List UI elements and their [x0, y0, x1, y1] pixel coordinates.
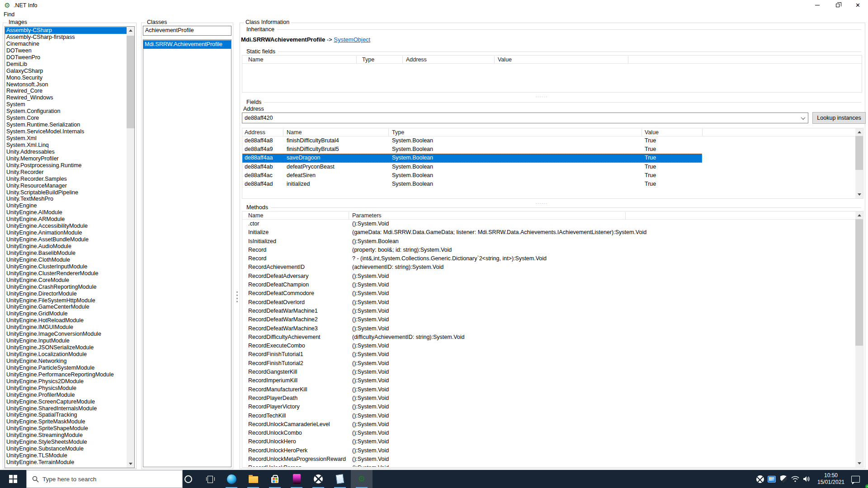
scroll-up-button[interactable]: [855, 128, 863, 136]
images-list-item[interactable]: Unity.Postprocessing.Runtime: [5, 162, 127, 169]
methods-table-row[interactable]: RecordUnlockMetaProgressionReward():Syst…: [242, 455, 863, 464]
fields-table-row[interactable]: de88aff4acdefeatSirenSystem.BooleanTrue: [242, 171, 702, 180]
methods-table-row[interactable]: RecordDefeatWarMachine3():System.Void: [242, 324, 863, 333]
methods-table-row[interactable]: RecordPlayerVictory():System.Void: [242, 403, 863, 411]
images-list-item[interactable]: UnityEngine.LocalizationModule: [5, 351, 127, 358]
static-fields-table[interactable]: Name Type Address Value: [242, 55, 862, 93]
taskbar-task-view-button[interactable]: [199, 470, 221, 488]
scroll-down-button[interactable]: [855, 460, 863, 467]
action-center-button[interactable]: [850, 470, 862, 488]
images-list-item[interactable]: System.Core: [5, 115, 127, 122]
images-list-item[interactable]: UnityEngine.TLSModule: [5, 452, 127, 459]
images-list-item[interactable]: UnityEngine.FileSystemHttpModule: [5, 297, 127, 304]
images-list-item[interactable]: UnityEngine.ScreenCaptureModule: [5, 399, 127, 405]
methods-table-row[interactable]: RecordTechKill():System.Void: [242, 412, 863, 420]
images-list-item[interactable]: UnityEngine.TerrainModule: [5, 459, 127, 466]
methods-table[interactable]: Name Parameters .ctor():System.VoidIniti…: [242, 211, 863, 468]
images-list-item[interactable]: UnityEngine.StyleSheetsModule: [5, 439, 127, 446]
images-list-item[interactable]: Unity.Recorder: [5, 169, 127, 176]
images-list-item[interactable]: UnityEngine.JSONSerializeModule: [5, 344, 127, 351]
scroll-up-button[interactable]: [127, 27, 134, 34]
images-list-item[interactable]: UnityEngine.ClusterRendererModule: [5, 270, 127, 277]
images-list-item[interactable]: UnityEngine.Physics2DModule: [5, 378, 127, 385]
methods-table-row[interactable]: RecordDefeatAdversary():System.Void: [242, 272, 863, 281]
images-list-item[interactable]: UnityEngine.ARModule: [5, 216, 127, 223]
restore-button[interactable]: [827, 0, 848, 10]
images-list-item[interactable]: UnityEngine.SpriteMaskModule: [5, 418, 127, 425]
images-list-item[interactable]: Newtonsoft.Json: [5, 81, 127, 88]
images-list-item[interactable]: UnityEngine.ClothModule: [5, 257, 127, 263]
taskbar-search-input[interactable]: Type here to search: [26, 470, 183, 488]
images-list-item[interactable]: Assembly-CSharp: [5, 27, 127, 34]
images-list-item[interactable]: UnityEngine.ClusterInputModule: [5, 263, 127, 270]
methods-table-row[interactable]: Initialize(gameData: Mdi.SRRW.Data.GameD…: [242, 228, 863, 237]
combo-dropdown-button[interactable]: [798, 113, 808, 123]
scroll-down-button[interactable]: [127, 460, 134, 468]
methods-table-row[interactable]: RecordDefeatWarMachine2():System.Void: [242, 315, 863, 324]
images-list-item[interactable]: UnityEngine: [5, 202, 127, 209]
images-list-item[interactable]: UnityEngine.AudioModule: [5, 243, 127, 250]
col-header-parameters[interactable]: Parameters: [352, 212, 382, 219]
methods-table-row[interactable]: RecordDefeatCommodore():System.Void: [242, 289, 863, 298]
methods-table-row[interactable]: RecordUnlockCombo():System.Void: [242, 429, 863, 437]
methods-scrollbar[interactable]: [855, 211, 863, 467]
tray-wifi-button[interactable]: [789, 470, 801, 488]
images-list-item[interactable]: UnityEngine.BaselibModule: [5, 250, 127, 257]
images-list-item[interactable]: DOTweenPro: [5, 54, 127, 61]
images-list-item[interactable]: UnityEngine.IMGUIModule: [5, 324, 127, 331]
images-list-item[interactable]: DOTween: [5, 47, 127, 54]
taskbar-clock[interactable]: 10:50 15/01/2021: [815, 472, 847, 486]
images-list-item[interactable]: GalaxyCSharp: [5, 68, 127, 75]
scrollbar-thumb[interactable]: [855, 136, 863, 170]
images-list-item[interactable]: UnityEngine.AccessibilityModule: [5, 223, 127, 230]
methods-table-row[interactable]: RecordManufacturerKill():System.Void: [242, 385, 863, 394]
methods-table-row[interactable]: RecordUnlockPerson():System.Void: [242, 464, 863, 467]
images-list-item[interactable]: System.Runtime.Serialization: [5, 122, 127, 128]
images-list-item[interactable]: UnityEngine.SubstanceModule: [5, 446, 127, 452]
inheritance-parent-link[interactable]: SystemObject: [334, 36, 370, 43]
images-list-item[interactable]: DemiLib: [5, 61, 127, 68]
methods-table-row[interactable]: RecordFinishTutorial2():System.Void: [242, 359, 863, 368]
taskbar-edge-button[interactable]: [221, 470, 242, 488]
tray-volume-button[interactable]: [801, 470, 813, 488]
col-header-address[interactable]: Address: [245, 129, 265, 136]
images-list-item[interactable]: Unity.MemoryProfiler: [5, 155, 127, 162]
images-list-item[interactable]: UnityEngine.GridModule: [5, 310, 127, 317]
images-list-item[interactable]: UnityEngine.CrashReportingModule: [5, 284, 127, 291]
scroll-up-button[interactable]: [855, 211, 863, 219]
images-list-item[interactable]: UnityEngine.ProfilerModule: [5, 392, 127, 399]
images-list-item[interactable]: Unity.Addressables: [5, 149, 127, 155]
images-scrollbar[interactable]: [127, 27, 134, 468]
methods-table-row[interactable]: RecordDefeatOverlord():System.Void: [242, 298, 863, 307]
images-list-item[interactable]: UnityEngine.ImageConversionModule: [5, 331, 127, 338]
horizontal-splitter[interactable]: ......: [536, 94, 548, 98]
taskbar-cortana-button[interactable]: [177, 470, 199, 488]
classes-list-item[interactable]: Mdi.SRRW.AchievementProfile: [143, 40, 231, 49]
methods-table-row[interactable]: .ctor():System.Void: [242, 220, 863, 228]
taskbar-xbox-button[interactable]: [307, 470, 329, 488]
taskbar-game-window-button[interactable]: [286, 470, 307, 488]
methods-table-row[interactable]: Record(property: bool&; id: string):Syst…: [242, 246, 863, 254]
images-list-item[interactable]: Cinemachine: [5, 41, 127, 47]
address-combo-value[interactable]: de88aff420: [242, 115, 798, 121]
scrollbar-thumb[interactable]: [855, 219, 863, 346]
images-list-item[interactable]: UnityEngine.AIModule: [5, 209, 127, 216]
images-list-item[interactable]: Unity.Recorder.Samples: [5, 176, 127, 183]
images-list-item[interactable]: System.Configuration: [5, 108, 127, 115]
close-button[interactable]: ✕: [848, 0, 868, 10]
images-list-item[interactable]: UnityEngine.AssetBundleModule: [5, 236, 127, 243]
tray-security-button[interactable]: ✓: [778, 470, 789, 488]
menu-find[interactable]: Find: [0, 10, 18, 19]
images-list-item[interactable]: UnityEngine.AnimationModule: [5, 230, 127, 236]
col-header-name[interactable]: Name: [248, 56, 263, 63]
methods-table-row[interactable]: RecordImperiumKill():System.Void: [242, 376, 863, 385]
methods-table-row[interactable]: RecordPlayerDeath():System.Void: [242, 394, 863, 403]
images-list-item[interactable]: Rewired_Core: [5, 88, 127, 94]
methods-table-row[interactable]: RecordDefeatWarMachine1():System.Void: [242, 307, 863, 315]
methods-table-row[interactable]: RecordFinishTutorial1():System.Void: [242, 350, 863, 359]
images-list-item[interactable]: UnityEngine.SpatialTracking: [5, 412, 127, 418]
methods-table-row[interactable]: IsInitialized():System.Boolean: [242, 237, 863, 246]
images-list-item[interactable]: System.Xml: [5, 135, 127, 142]
fields-table-row[interactable]: de88aff4a9finishDifficultyBrutal5System.…: [242, 145, 702, 154]
methods-table-row[interactable]: Record? - (int&,int,System.Collections.G…: [242, 254, 863, 263]
